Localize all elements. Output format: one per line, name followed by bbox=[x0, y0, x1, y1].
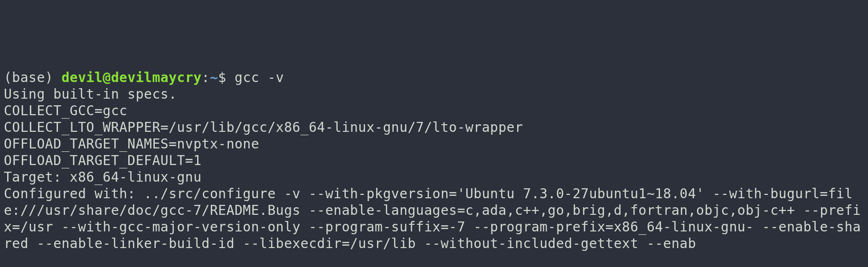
terminal-output: Using built-in specs. COLLECT_GCC=gcc CO… bbox=[4, 86, 864, 252]
prompt-path: ~ bbox=[210, 70, 218, 85]
prompt-colon: : bbox=[202, 70, 210, 85]
prompt-env: (base) bbox=[4, 70, 62, 85]
prompt-dollar: $ bbox=[218, 70, 235, 85]
command-input[interactable]: gcc -v bbox=[235, 70, 284, 85]
prompt-user-host: devil@devilmaycry bbox=[62, 70, 202, 85]
prompt-line[interactable]: (base) devil@devilmaycry:~$ gcc -v bbox=[4, 69, 864, 86]
